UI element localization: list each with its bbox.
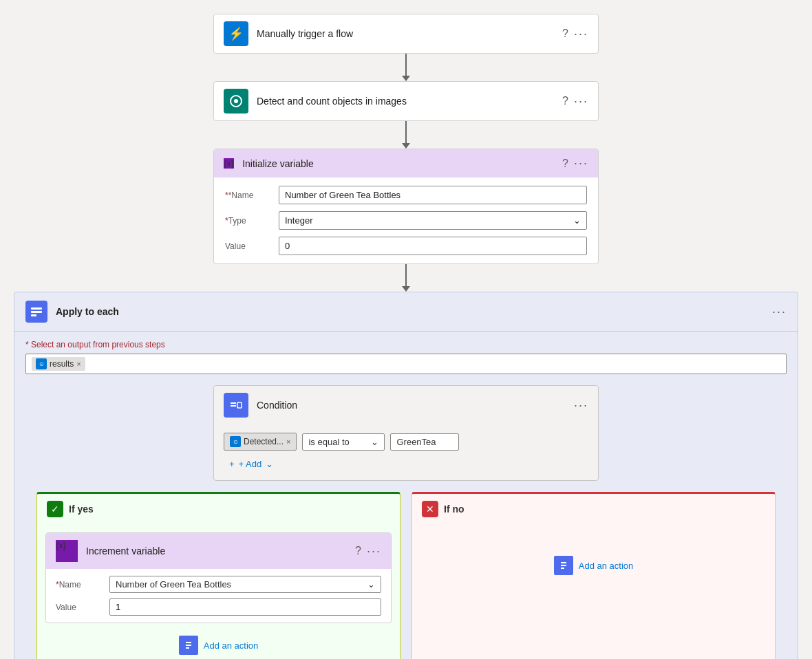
condition-icon bbox=[224, 393, 248, 418]
type-row: *Type Integer ⌄ bbox=[225, 211, 587, 230]
op-chevron-icon: ⌄ bbox=[371, 437, 378, 447]
apply-each-icon bbox=[25, 301, 47, 323]
condition-value: GreenTea bbox=[390, 433, 459, 451]
incr-value-row: Value bbox=[56, 598, 381, 616]
increment-var-card: {x} Increment variable ? ··· bbox=[45, 532, 392, 623]
tag-close-icon[interactable]: × bbox=[76, 360, 81, 368]
trigger-card: ⚡ Manually trigger a flow ? ··· bbox=[213, 14, 599, 54]
condition-body: ⊙ Detected... × is equal to ⌄ GreenTea bbox=[214, 424, 598, 480]
svg-rect-13 bbox=[561, 568, 564, 569]
incr-header: {x} Increment variable ? ··· bbox=[46, 533, 391, 569]
svg-rect-4 bbox=[31, 314, 36, 316]
value-input[interactable] bbox=[279, 237, 587, 255]
type-select[interactable]: Integer ⌄ bbox=[279, 211, 587, 230]
if-yes-add-action-button[interactable]: Add an action bbox=[176, 630, 261, 659]
svg-rect-7 bbox=[237, 402, 242, 408]
init-var-title: Initialize variable bbox=[242, 158, 554, 169]
trigger-help-icon[interactable]: ? bbox=[562, 28, 568, 40]
incr-actions: ? ··· bbox=[355, 544, 381, 559]
results-tag: ⊙ results × bbox=[32, 357, 85, 371]
chevron-down-icon: ⌄ bbox=[573, 215, 581, 226]
condition-add-button[interactable]: + + Add ⌄ bbox=[224, 456, 588, 472]
incr-help-icon[interactable]: ? bbox=[355, 545, 361, 557]
if-yes-panel: ✓ If yes {x} Increment variable ? bbox=[36, 492, 400, 659]
incr-name-row: *Name Number of Green Tea Bottles ⌄ bbox=[56, 576, 381, 593]
svg-rect-10 bbox=[186, 647, 189, 649]
apply-each-header: Apply to each ··· bbox=[14, 292, 798, 332]
apply-each-container: Apply to each ··· * Select an output fro… bbox=[14, 292, 798, 659]
init-var-actions: ? ··· bbox=[562, 156, 588, 171]
if-no-add-action-icon bbox=[554, 556, 573, 575]
init-var-header: {x} Initialize variable ? ··· bbox=[214, 149, 598, 177]
incr-title: Increment variable bbox=[86, 545, 347, 557]
if-yes-header: ✓ If yes bbox=[37, 494, 400, 524]
init-var-more-icon[interactable]: ··· bbox=[574, 156, 588, 171]
condition-tag[interactable]: ⊙ Detected... × bbox=[224, 433, 297, 451]
svg-rect-2 bbox=[31, 307, 42, 310]
condition-tag-icon: ⊙ bbox=[230, 436, 241, 447]
condition-operator[interactable]: is equal to ⌄ bbox=[302, 433, 385, 451]
condition-title: Condition bbox=[257, 400, 566, 411]
svg-point-1 bbox=[234, 99, 238, 103]
plus-icon: + bbox=[229, 459, 235, 469]
apply-each-more-icon[interactable]: ··· bbox=[772, 305, 787, 319]
svg-rect-6 bbox=[231, 405, 236, 407]
incr-value-label: Value bbox=[56, 603, 104, 612]
detect-help-icon[interactable]: ? bbox=[562, 95, 568, 107]
condition-more-icon[interactable]: ··· bbox=[574, 398, 588, 413]
apply-each-title: Apply to each bbox=[56, 306, 764, 317]
add-action-icon bbox=[179, 636, 198, 655]
type-label: *Type bbox=[225, 216, 273, 226]
detect-card: Detect and count objects in images ? ··· bbox=[213, 81, 599, 121]
incr-value-input[interactable] bbox=[109, 598, 381, 616]
incr-name-select[interactable]: Number of Green Tea Bottles ⌄ bbox=[109, 576, 381, 593]
incr-icon: {x} bbox=[56, 540, 78, 562]
arrow-3 bbox=[402, 264, 410, 292]
detect-icon bbox=[224, 89, 248, 114]
init-var-body: **Name *Type Integer ⌄ Value bbox=[214, 177, 598, 263]
trigger-more-icon[interactable]: ··· bbox=[574, 27, 588, 41]
init-var-help-icon[interactable]: ? bbox=[562, 158, 568, 170]
if-no-panel: ✕ If no bbox=[412, 492, 776, 659]
if-no-title: If no bbox=[444, 504, 765, 515]
apply-each-body: * Select an output from previous steps ⊙… bbox=[14, 332, 798, 659]
detect-more-icon[interactable]: ··· bbox=[574, 94, 588, 109]
select-output-label: * Select an output from previous steps bbox=[25, 340, 787, 349]
name-row: **Name bbox=[225, 186, 587, 204]
svg-rect-8 bbox=[186, 642, 191, 643]
incr-chevron-icon: ⌄ bbox=[367, 579, 375, 590]
trigger-title: Manually trigger a flow bbox=[257, 28, 554, 39]
condition-row: ⊙ Detected... × is equal to ⌄ GreenTea bbox=[224, 433, 588, 451]
trigger-actions: ? ··· bbox=[562, 27, 588, 41]
svg-rect-3 bbox=[31, 311, 42, 313]
if-no-add-action-button[interactable]: Add an action bbox=[551, 550, 637, 581]
yes-badge-icon: ✓ bbox=[47, 501, 63, 517]
detect-actions: ? ··· bbox=[562, 94, 588, 109]
arrow-2 bbox=[402, 121, 410, 149]
incr-name-label: *Name bbox=[56, 580, 104, 590]
svg-rect-5 bbox=[231, 402, 236, 404]
trigger-icon: ⚡ bbox=[224, 21, 248, 46]
incr-body: *Name Number of Green Tea Bottles ⌄ bbox=[46, 569, 391, 623]
value-row: Value bbox=[225, 237, 587, 255]
value-label: Value bbox=[225, 241, 273, 251]
tag-input[interactable]: ⊙ results × bbox=[25, 354, 787, 374]
detect-title: Detect and count objects in images bbox=[257, 96, 554, 107]
tag-icon: ⊙ bbox=[36, 358, 47, 369]
branch-container: ✓ If yes {x} Increment variable ? bbox=[25, 481, 787, 659]
apply-each-inner: Condition ··· ⊙ Detected... × is equal t… bbox=[25, 374, 787, 659]
incr-more-icon[interactable]: ··· bbox=[367, 544, 381, 559]
svg-rect-9 bbox=[186, 645, 191, 646]
if-yes-title: If yes bbox=[69, 504, 390, 515]
condition-card: Condition ··· ⊙ Detected... × is equal t… bbox=[213, 385, 599, 481]
if-no-body: Add an action bbox=[412, 524, 775, 607]
svg-rect-11 bbox=[561, 562, 566, 563]
arrow-1 bbox=[402, 54, 410, 81]
name-input[interactable] bbox=[279, 186, 587, 204]
add-chevron-icon: ⌄ bbox=[266, 459, 273, 469]
condition-header: Condition ··· bbox=[214, 386, 598, 424]
condition-tag-close-icon[interactable]: × bbox=[286, 437, 290, 446]
name-label: **Name bbox=[225, 191, 273, 200]
init-var-icon: {x} bbox=[224, 158, 234, 169]
svg-rect-12 bbox=[561, 565, 566, 566]
